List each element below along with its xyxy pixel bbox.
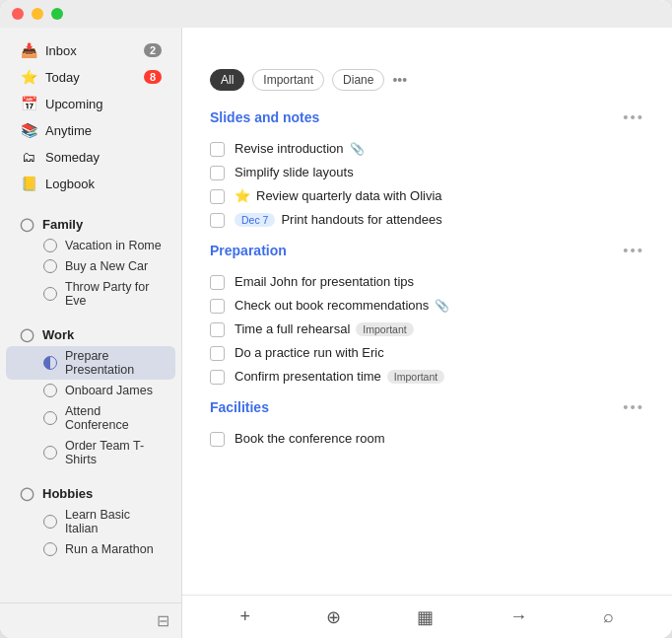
sidebar-list-item-order-team-tshirts[interactable]: Order Team T-Shirts bbox=[6, 436, 175, 469]
task-text-t8: Do a practice run with Eric bbox=[235, 345, 644, 360]
task-text-t2: Simplify slide layouts bbox=[235, 165, 644, 179]
sidebar-nav-item-inbox[interactable]: 📥 Inbox 2 bbox=[6, 37, 175, 63]
task-checkbox-t3[interactable] bbox=[210, 189, 225, 204]
task-text-t6: Check out book recommendations 📎 bbox=[235, 298, 644, 313]
section-menu-facilities[interactable]: ••• bbox=[623, 398, 644, 415]
task-badge-t7: Important bbox=[356, 322, 413, 336]
task-checkbox-t2[interactable] bbox=[210, 166, 225, 180]
list-item-label-buy-new-car: Buy a New Car bbox=[65, 259, 148, 273]
list-item-label-prepare-presentation: Prepare Presentation bbox=[65, 349, 162, 377]
footer-button-arrow[interactable]: → bbox=[502, 603, 535, 631]
list-item-circle-vacation-rome bbox=[43, 239, 57, 252]
task-checkbox-t9[interactable] bbox=[210, 370, 225, 385]
task-badge-t9: Important bbox=[387, 370, 444, 384]
task-section-header-preparation: Preparation ••• bbox=[210, 242, 644, 262]
sidebar-nav-label-inbox: Inbox bbox=[45, 43, 77, 58]
tags-menu-button[interactable]: ••• bbox=[392, 72, 407, 88]
footer-button-calendar[interactable]: ▦ bbox=[409, 603, 441, 632]
task-checkbox-t10[interactable] bbox=[210, 432, 225, 447]
section-menu-slides-and-notes[interactable]: ••• bbox=[623, 108, 644, 125]
task-checkbox-t7[interactable] bbox=[210, 322, 225, 337]
task-section-title-preparation: Preparation bbox=[210, 243, 287, 258]
sidebar-list-item-learn-italian[interactable]: Learn Basic Italian bbox=[6, 505, 175, 538]
task-checkbox-t8[interactable] bbox=[210, 346, 225, 361]
badge-today: 8 bbox=[144, 70, 162, 84]
list-item-label-vacation-rome: Vacation in Rome bbox=[65, 239, 162, 252]
task-section-title-facilities: Facilities bbox=[210, 399, 269, 415]
sidebar-nav-label-logbook: Logbook bbox=[45, 177, 95, 191]
close-button[interactable] bbox=[12, 8, 24, 20]
main-area: 📥 Inbox 2 ⭐ Today 8 📅 Upcoming 📚 Anytime… bbox=[0, 28, 672, 638]
sidebar-list-item-throw-party[interactable]: Throw Party for Eve bbox=[6, 277, 175, 311]
task-label-t5: Email John for presentation tips bbox=[235, 274, 414, 289]
tag-diane[interactable]: Diane bbox=[332, 69, 384, 91]
footer-button-add-task[interactable]: ⊕ bbox=[318, 603, 349, 632]
today-icon: ⭐ bbox=[20, 68, 37, 86]
footer-button-search[interactable]: ⌕ bbox=[595, 603, 622, 631]
sidebar-list-item-buy-new-car[interactable]: Buy a New Car bbox=[6, 256, 175, 276]
section-icon-family: ◯ bbox=[20, 217, 34, 232]
task-label-t1: Revise introduction bbox=[235, 141, 344, 156]
sidebar-nav-item-anytime[interactable]: 📚 Anytime bbox=[6, 117, 175, 143]
section-icon-work: ◯ bbox=[20, 327, 34, 342]
task-item-t10: Book the conference room bbox=[210, 427, 644, 451]
sidebar-nav-item-someday[interactable]: 🗂 Someday bbox=[6, 144, 175, 170]
task-item-t3: ⭐ Review quarterly data with Olivia bbox=[210, 184, 644, 208]
task-attach-t6: 📎 bbox=[435, 299, 449, 313]
sidebar-section-hobbies: ◯Hobbies Learn Basic Italian Run a Marat… bbox=[0, 472, 181, 562]
sidebar-nav-label-upcoming: Upcoming bbox=[45, 97, 103, 111]
sidebar-nav-item-logbook[interactable]: 📒 Logbook bbox=[6, 171, 175, 196]
sidebar-section-title-work: ◯Work bbox=[0, 323, 181, 346]
task-checkbox-t5[interactable] bbox=[210, 275, 225, 290]
task-text-t9: Confirm presentation time Important bbox=[235, 369, 644, 384]
sidebar-section-title-hobbies: ◯Hobbies bbox=[0, 482, 181, 505]
task-label-t4: Print handouts for attendees bbox=[281, 212, 441, 227]
inbox-icon: 📥 bbox=[20, 41, 37, 59]
section-menu-preparation[interactable]: ••• bbox=[623, 242, 644, 258]
task-text-t7: Time a full rehearsal Important bbox=[235, 321, 644, 336]
list-item-label-run-marathon: Run a Marathon bbox=[65, 542, 154, 556]
badge-inbox: 2 bbox=[144, 43, 162, 57]
list-item-circle-prepare-presentation bbox=[43, 356, 57, 370]
list-item-label-attend-conference: Attend Conference bbox=[65, 404, 162, 432]
task-label-t2: Simplify slide layouts bbox=[235, 165, 354, 179]
task-text-t5: Email John for presentation tips bbox=[235, 274, 644, 289]
list-item-circle-run-marathon bbox=[43, 542, 57, 556]
list-item-label-throw-party: Throw Party for Eve bbox=[65, 280, 162, 308]
footer-button-add[interactable]: + bbox=[233, 603, 259, 631]
list-item-label-order-team-tshirts: Order Team T-Shirts bbox=[65, 439, 162, 466]
task-label-t10: Book the conference room bbox=[235, 431, 384, 446]
sidebar-nav-item-upcoming[interactable]: 📅 Upcoming bbox=[6, 91, 175, 116]
sidebar-nav-item-today[interactable]: ⭐ Today 8 bbox=[6, 64, 175, 90]
task-item-t4: Dec 7 Print handouts for attendees bbox=[210, 208, 644, 232]
sidebar-list-item-attend-conference[interactable]: Attend Conference bbox=[6, 401, 175, 435]
minimize-button[interactable] bbox=[32, 8, 43, 20]
sidebar-list-item-onboard-james[interactable]: Onboard James bbox=[6, 381, 175, 400]
title-bar bbox=[0, 0, 672, 28]
task-section-header-facilities: Facilities ••• bbox=[210, 398, 644, 419]
task-section-title-slides-and-notes: Slides and notes bbox=[210, 109, 319, 125]
sidebar-sections: ◯Family Vacation in Rome Buy a New Car T… bbox=[0, 203, 181, 562]
task-section-header-slides-and-notes: Slides and notes ••• bbox=[210, 108, 644, 129]
sidebar-list-item-run-marathon[interactable]: Run a Marathon bbox=[6, 539, 175, 559]
task-item-t5: Email John for presentation tips bbox=[210, 270, 644, 294]
maximize-button[interactable] bbox=[51, 8, 63, 20]
content-footer: +⊕▦→⌕ bbox=[182, 595, 672, 638]
sidebar-section-work: ◯Work Prepare Presentation Onboard James… bbox=[0, 314, 181, 472]
sidebar-list-item-vacation-rome[interactable]: Vacation in Rome bbox=[6, 236, 175, 255]
task-checkbox-t6[interactable] bbox=[210, 299, 225, 314]
section-icon-hobbies: ◯ bbox=[20, 486, 34, 501]
task-text-t4: Dec 7 Print handouts for attendees bbox=[235, 212, 644, 227]
task-section-slides-and-notes: Slides and notes ••• Revise introduction… bbox=[210, 108, 644, 232]
content-body: Slides and notes ••• Revise introduction… bbox=[182, 105, 672, 595]
tag-all[interactable]: All bbox=[210, 69, 244, 91]
sidebar-section-family: ◯Family Vacation in Rome Buy a New Car T… bbox=[0, 203, 181, 314]
task-checkbox-t4[interactable] bbox=[210, 213, 225, 228]
sidebar-list-item-prepare-presentation[interactable]: Prepare Presentation bbox=[6, 346, 175, 380]
list-item-circle-order-team-tshirts bbox=[43, 446, 57, 460]
task-label-t8: Do a practice run with Eric bbox=[235, 345, 384, 360]
tag-important[interactable]: Important bbox=[252, 69, 324, 91]
task-checkbox-t1[interactable] bbox=[210, 142, 225, 157]
filter-icon[interactable]: ⊟ bbox=[157, 611, 169, 630]
task-label-t7: Time a full rehearsal bbox=[235, 321, 350, 336]
